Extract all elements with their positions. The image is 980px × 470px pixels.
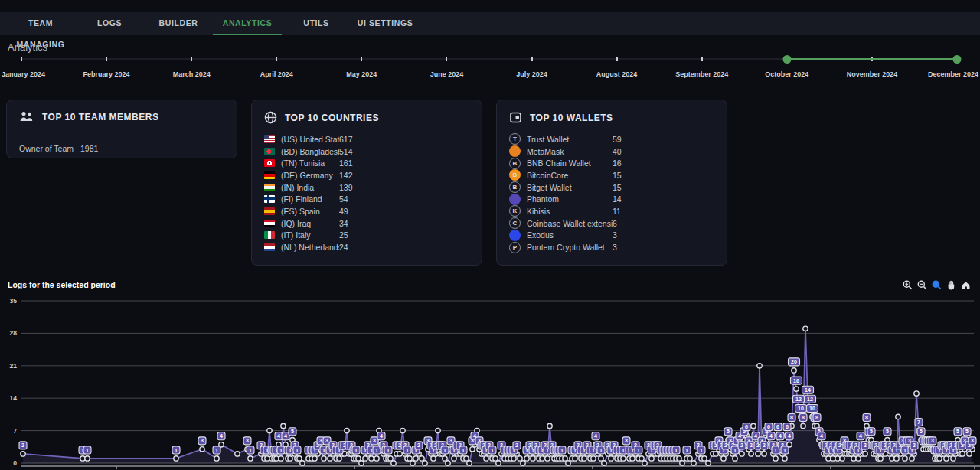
tab-analytics[interactable]: ANALYTICS: [213, 12, 282, 35]
country-value: 142: [339, 171, 353, 180]
svg-text:28: 28: [10, 329, 18, 337]
slider-selected-range[interactable]: [787, 58, 957, 60]
svg-text:3: 3: [931, 438, 934, 443]
wallet-row-bitcoincore: BBitcoinCore15: [509, 169, 714, 181]
svg-text:3: 3: [449, 438, 452, 443]
logs-chart-section: Logs for the selected period: [0, 276, 980, 470]
month-label-january-2024: January 2024: [2, 70, 45, 78]
svg-text:35: 35: [10, 297, 18, 305]
svg-text:1: 1: [215, 448, 218, 453]
svg-text:4: 4: [220, 433, 223, 439]
svg-text:6: 6: [786, 424, 789, 429]
wallet-value: 16: [612, 158, 622, 168]
wallet-name: BitcoinCore: [527, 171, 612, 180]
zoom-in-icon[interactable]: [903, 280, 913, 290]
flag-it-icon: [264, 231, 275, 239]
tab-logs[interactable]: LOGS: [75, 12, 144, 35]
wallet-row-exodus: Exodus3: [509, 230, 714, 242]
wallet-name: BNB Chain Wallet: [527, 158, 612, 168]
svg-text:1: 1: [560, 448, 564, 453]
flag-fi-icon: [264, 195, 275, 203]
slider-handle-end[interactable]: [953, 55, 962, 64]
svg-text:8: 8: [802, 415, 805, 420]
wallet-row-pontem-crypto-wallet: PPontem Crypto Wallet3: [509, 241, 714, 253]
box-zoom-icon[interactable]: [932, 280, 942, 290]
card-wallets: TOP 10 WALLETS TTrust Wallet59MetaMask40…: [496, 100, 727, 266]
slider-handle-start[interactable]: [782, 55, 791, 64]
tab-utils[interactable]: UTILS: [282, 12, 351, 35]
month-label-june-2024: June 2024: [430, 70, 464, 78]
slider-tick: [276, 57, 277, 61]
coinbase-wallet-extension-icon: C: [509, 217, 521, 229]
svg-text:8: 8: [865, 415, 868, 420]
svg-text:14: 14: [10, 394, 18, 402]
svg-text:2: 2: [740, 442, 743, 448]
svg-text:1: 1: [903, 448, 906, 453]
tab-team-managing[interactable]: TEAM MANAGING: [6, 12, 75, 35]
svg-text:7: 7: [13, 427, 17, 435]
svg-text:8: 8: [815, 415, 818, 420]
bitget-wallet-icon: B: [509, 181, 521, 193]
svg-text:3: 3: [373, 438, 376, 443]
logs-chart-canvas[interactable]: 0714212835211131431211111414115211112313…: [0, 295, 980, 470]
nav-tabs: TEAM MANAGINGLOGSBUILDERANALYTICSUTILSUI…: [0, 12, 980, 35]
svg-text:5: 5: [291, 429, 294, 434]
slider-track[interactable]: [21, 58, 957, 60]
country-row-bd: (BD) Bangladesh514: [264, 145, 469, 158]
flag-us-icon: [264, 135, 275, 143]
svg-text:1: 1: [685, 448, 688, 453]
home-icon[interactable]: [961, 280, 971, 290]
country-value: 161: [339, 158, 353, 168]
wallet-value: 40: [612, 147, 622, 156]
country-list: (US) United States617(BD) Bangladesh514(…: [252, 124, 482, 253]
svg-text:0: 0: [13, 459, 17, 467]
zoom-out-icon[interactable]: [917, 280, 927, 290]
analytics-page: TEAM MANAGINGLOGSBUILDERANALYTICSUTILSUI…: [0, 0, 980, 470]
svg-text:6: 6: [767, 424, 770, 429]
svg-text:2: 2: [515, 442, 518, 448]
country-name: (IQ) Iraq: [281, 219, 339, 228]
card-title: TOP 10 COUNTRIES: [285, 113, 379, 123]
wallet-row-trust-wallet: TTrust Wallet59: [509, 133, 714, 145]
card-title: TOP 10 TEAM MEMBERS: [42, 112, 158, 122]
pan-icon[interactable]: [946, 280, 956, 290]
flag-de-icon: [264, 171, 275, 179]
country-value: 514: [339, 147, 353, 156]
svg-text:12: 12: [795, 397, 802, 402]
svg-text:6: 6: [745, 424, 748, 429]
country-name: (BD) Bangladesh: [281, 147, 339, 156]
slider-tick: [191, 57, 192, 61]
country-name: (FI) Finland: [281, 194, 339, 204]
wallet-list: TTrust Wallet59MetaMask40BBNB Chain Wall…: [497, 124, 727, 253]
wallet-name: Pontem Crypto Wallet: [527, 243, 612, 252]
svg-text:1: 1: [406, 448, 409, 453]
svg-text:2: 2: [417, 442, 420, 448]
svg-text:2: 2: [750, 442, 753, 448]
svg-text:4: 4: [277, 433, 280, 439]
wallet-value: 15: [612, 183, 622, 192]
country-value: 34: [339, 219, 348, 228]
country-row-us: (US) United States617: [264, 133, 469, 145]
month-label-february-2024: February 2024: [83, 70, 130, 78]
wallet-name: Bitget Wallet: [527, 183, 612, 192]
country-row-tn: (TN) Tunisia161: [264, 157, 469, 169]
wallet-value: 14: [612, 194, 622, 204]
country-value: 139: [339, 183, 353, 192]
month-label-may-2024: May 2024: [346, 70, 377, 78]
svg-text:3: 3: [625, 438, 628, 443]
country-name: (NL) Netherlands: [281, 243, 339, 252]
country-row-iq: (IQ) Iraq34: [264, 217, 469, 230]
tab-builder[interactable]: BUILDER: [144, 12, 213, 35]
flag-nl-icon: [264, 243, 275, 251]
tab-ui-settings[interactable]: UI SETTINGS: [351, 12, 420, 35]
svg-text:4: 4: [779, 433, 782, 439]
card-team-members: TOP 10 TEAM MEMBERS Owner of Team 1981: [6, 100, 237, 158]
svg-text:1: 1: [249, 448, 252, 453]
wallet-row-kibisis: KKibisis11: [509, 205, 714, 217]
wallet-value: 11: [612, 207, 621, 216]
svg-text:1: 1: [491, 448, 494, 453]
svg-text:4: 4: [594, 433, 597, 439]
flag-iq-icon: [264, 220, 275, 227]
team-members-icon: [19, 111, 34, 122]
country-row-in: (IN) India139: [264, 181, 469, 194]
